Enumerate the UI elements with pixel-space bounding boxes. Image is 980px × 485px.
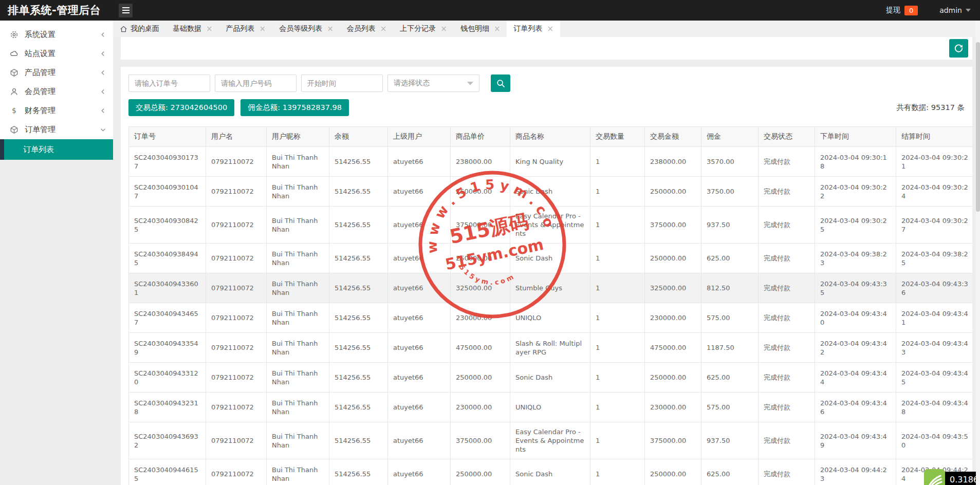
table-cell: 475000.00 bbox=[645, 333, 701, 363]
chevron-down-icon bbox=[100, 125, 106, 135]
home-icon bbox=[120, 25, 127, 33]
table-cell: 250000.00 bbox=[645, 363, 701, 393]
table-cell: Easy Calendar Pro - Events & Appointment… bbox=[510, 422, 590, 459]
table-cell: Bui Thi Thanh Nhan bbox=[267, 177, 329, 207]
table-cell: atuyet66 bbox=[388, 333, 451, 363]
sidebar-item-finance-management[interactable]: $财务管理 bbox=[0, 101, 113, 120]
table-cell: atuyet66 bbox=[388, 273, 451, 303]
tab-base-data[interactable]: 基础数据× bbox=[166, 21, 219, 37]
table-cell: 完成付款 bbox=[759, 177, 815, 207]
close-icon[interactable]: × bbox=[440, 25, 447, 33]
table-cell: Sonic Dash bbox=[510, 459, 590, 485]
sidebar-item-label: 产品管理 bbox=[25, 68, 100, 78]
svg-text:$: $ bbox=[12, 106, 16, 115]
table-cell: 514256.55 bbox=[329, 303, 388, 333]
table-row: SC240304094346570792110072Bui Thi Thanh … bbox=[129, 303, 973, 333]
tab-product-list[interactable]: 产品列表× bbox=[219, 21, 273, 37]
table-cell: 230000.00 bbox=[645, 393, 701, 422]
table-cell: 2024-03-04 09:38:25 bbox=[896, 244, 973, 273]
table-cell: 1187.50 bbox=[701, 333, 759, 363]
table-cell: 2024-03-04 09:43:46 bbox=[815, 393, 896, 422]
table-cell: 250000.00 bbox=[451, 459, 510, 485]
column-header: 上级用户 bbox=[388, 127, 451, 147]
table-cell: 2024-03-04 09:43:50 bbox=[896, 422, 973, 459]
table-cell: Bui Thi Thanh Nhan bbox=[267, 147, 329, 177]
hamburger-button[interactable] bbox=[119, 4, 133, 17]
close-icon[interactable]: × bbox=[494, 25, 501, 33]
table-cell: 2024-03-04 09:43:48 bbox=[896, 393, 973, 422]
trade-total-badge[interactable]: 交易总额: 273042604500 bbox=[128, 99, 234, 116]
table-cell: 2024-03-04 09:43:43 bbox=[896, 333, 973, 363]
tab-label: 会员列表 bbox=[347, 24, 376, 33]
table-cell: Stumble Guys bbox=[510, 273, 590, 303]
withdraw-count-badge[interactable]: 0 bbox=[904, 6, 918, 15]
sidebar-item-order-management[interactable]: 订单管理 bbox=[0, 120, 113, 139]
table-cell: 0792110072 bbox=[206, 273, 267, 303]
table-cell: SC24030409308425 bbox=[129, 207, 206, 244]
status-select[interactable]: 请选择状态 bbox=[387, 74, 479, 92]
table-cell: 0792110072 bbox=[206, 303, 267, 333]
hamburger-icon bbox=[122, 7, 130, 14]
table-cell: 514256.55 bbox=[329, 363, 388, 393]
table-row: SC240304093084250792110072Bui Thi Thanh … bbox=[129, 207, 973, 244]
table-cell: 完成付款 bbox=[759, 333, 815, 363]
table-cell: SC24030409301047 bbox=[129, 177, 206, 207]
sidebar-subitem-order-list-active[interactable]: 订单列表 bbox=[0, 139, 113, 160]
user-no-input[interactable] bbox=[215, 74, 297, 92]
tab-wallet-detail[interactable]: 钱包明细× bbox=[454, 21, 507, 37]
table-cell: 0792110072 bbox=[206, 333, 267, 363]
table-cell: 0792110072 bbox=[206, 177, 267, 207]
admin-menu[interactable]: admin bbox=[939, 6, 971, 14]
column-header: 商品名称 bbox=[510, 127, 590, 147]
table-cell: SC24030409446155 bbox=[129, 459, 206, 485]
table-row: SC240304094323180792110072Bui Thi Thanh … bbox=[129, 393, 973, 422]
sidebar-item-product-management[interactable]: 产品管理 bbox=[0, 63, 113, 82]
table-cell: 1 bbox=[590, 207, 645, 244]
close-icon[interactable]: × bbox=[327, 25, 334, 33]
search-button[interactable] bbox=[491, 74, 510, 92]
cloud-icon bbox=[10, 49, 19, 58]
column-header: 商品单价 bbox=[451, 127, 510, 147]
commission-total-badge[interactable]: 佣金总额: 1397582837.98 bbox=[241, 99, 349, 116]
table-cell: 514256.55 bbox=[329, 422, 388, 459]
close-icon[interactable]: × bbox=[206, 25, 213, 33]
tab-updown-records[interactable]: 上下分记录× bbox=[393, 21, 454, 37]
sidebar-item-site-settings[interactable]: 站点设置 bbox=[0, 44, 113, 63]
vertical-scrollbar[interactable] bbox=[976, 21, 980, 485]
tab-member-list[interactable]: 会员列表× bbox=[340, 21, 394, 37]
table-cell: 1 bbox=[590, 244, 645, 273]
close-icon[interactable]: × bbox=[547, 25, 553, 33]
table-cell: 375000.00 bbox=[645, 207, 701, 244]
table-cell: atuyet66 bbox=[388, 363, 451, 393]
close-icon[interactable]: × bbox=[260, 25, 266, 33]
tab-my-desktop[interactable]: 我的桌面 bbox=[113, 21, 166, 37]
tab-member-level-list[interactable]: 会员等级列表× bbox=[272, 21, 340, 37]
orders-table: 订单号用户名用户昵称余额上级用户商品单价商品名称交易数量交易金额佣金交易状态下单… bbox=[128, 126, 972, 485]
table-row: SC240304094335490792110072Bui Thi Thanh … bbox=[129, 333, 973, 363]
toolbar-card bbox=[121, 37, 972, 60]
sidebar-item-system-settings[interactable]: 系统设置 bbox=[0, 25, 113, 44]
table-cell: 0792110072 bbox=[206, 207, 267, 244]
tab-order-list[interactable]: 订单列表× bbox=[507, 21, 560, 37]
start-time-input[interactable] bbox=[301, 74, 383, 92]
table-cell: 完成付款 bbox=[759, 244, 815, 273]
sidebar-item-member-management[interactable]: 会员管理 bbox=[0, 82, 113, 101]
refresh-icon bbox=[954, 44, 964, 53]
table-cell: 250000.00 bbox=[451, 363, 510, 393]
sidebar-item-label: 订单管理 bbox=[25, 125, 100, 135]
withdraw-link[interactable]: 提现 bbox=[886, 6, 900, 15]
column-header: 佣金 bbox=[701, 127, 759, 147]
table-cell: 514256.55 bbox=[329, 244, 388, 273]
scrollbar-thumb[interactable] bbox=[976, 42, 980, 212]
order-no-input[interactable] bbox=[128, 74, 210, 92]
status-select-value: 请选择状态 bbox=[394, 79, 430, 88]
table-cell: 937.50 bbox=[701, 422, 759, 459]
table-cell: Easy Calendar Pro - Events & Appointment… bbox=[510, 207, 590, 244]
table-cell: 514256.55 bbox=[329, 273, 388, 303]
close-icon[interactable]: × bbox=[380, 25, 387, 33]
table-cell: UNIQLO bbox=[510, 303, 590, 333]
table-row: SC240304093017370792110072Bui Thi Thanh … bbox=[129, 147, 973, 177]
refresh-button[interactable] bbox=[949, 39, 968, 58]
table-cell: 2024-03-04 09:43:35 bbox=[815, 273, 896, 303]
table-cell: 238000.00 bbox=[451, 147, 510, 177]
